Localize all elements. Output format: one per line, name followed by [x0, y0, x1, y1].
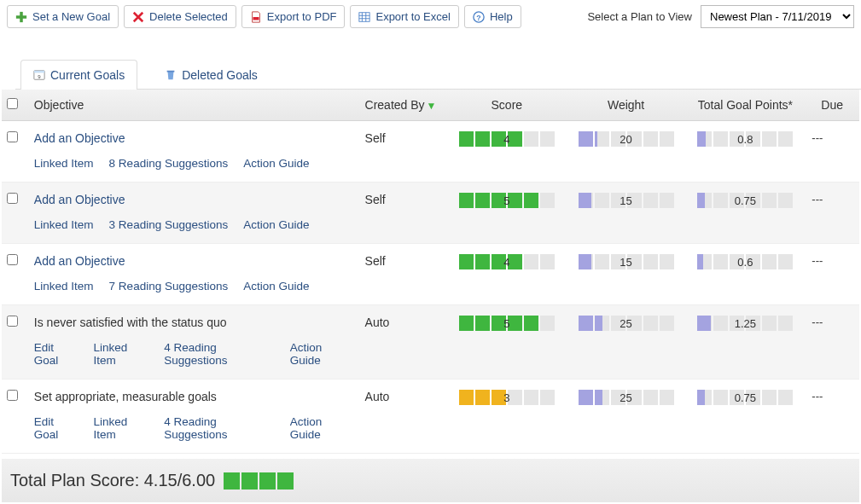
row-checkbox[interactable] — [7, 131, 18, 142]
created-by: Self — [358, 182, 447, 244]
weight-cell: 15 — [567, 244, 686, 305]
table-row: Add an ObjectiveLinked Item3 Reading Sug… — [2, 182, 859, 244]
row-action-link[interactable]: 3 Reading Suggestions — [109, 218, 229, 231]
row-action-link[interactable]: 8 Reading Suggestions — [109, 157, 229, 170]
help-icon: ? — [473, 11, 485, 23]
select-all-checkbox[interactable] — [7, 98, 18, 109]
score-cell: 3 — [447, 379, 567, 454]
total-plan-score: Total Plan Score: 4.15/6.00 — [10, 471, 215, 490]
button-label: Set a New Goal — [32, 10, 110, 23]
button-label: Export to PDF — [267, 10, 337, 23]
row-checkbox[interactable] — [7, 193, 18, 204]
trash-icon — [165, 69, 177, 81]
row-action-link[interactable]: Linked Item — [34, 218, 94, 231]
tab-label: Deleted Goals — [182, 68, 258, 82]
row-action-link[interactable]: 4 Reading Suggestions — [164, 341, 275, 367]
svg-text:?: ? — [476, 13, 480, 21]
created-by: Auto — [358, 305, 447, 379]
objective-title: Set appropriate, measurable goals — [34, 390, 217, 403]
button-label: Export to Excel — [375, 10, 450, 23]
x-icon — [132, 11, 144, 23]
total-score-bar — [224, 472, 294, 490]
header-weight[interactable]: Weight — [567, 90, 686, 121]
row-action-link[interactable]: Linked Item — [34, 157, 94, 170]
row-checkbox[interactable] — [7, 254, 18, 265]
toolbar: Set a New Goal Delete Selected Export to… — [0, 0, 861, 33]
row-action-link[interactable]: Edit Goal — [34, 415, 79, 441]
add-objective-link[interactable]: Add an Objective — [34, 193, 125, 206]
add-objective-link[interactable]: Add an Objective — [34, 131, 125, 145]
score-cell: 4 — [447, 244, 567, 305]
table-row: Add an ObjectiveLinked Item7 Reading Sug… — [2, 244, 859, 305]
goals-table: Objective Created By▼ Score Weight Total… — [2, 90, 859, 454]
header-objective[interactable]: Objective — [27, 90, 358, 121]
row-action-link[interactable]: Edit Goal — [34, 341, 79, 367]
tab-label: Current Goals — [50, 68, 125, 82]
pdf-icon — [250, 11, 262, 23]
weight-cell: 15 — [567, 182, 686, 244]
header-created-by[interactable]: Created By▼ — [358, 90, 447, 121]
created-by: Self — [358, 244, 447, 305]
points-cell: 0.75 — [686, 379, 806, 454]
calendar-icon: 9 — [33, 69, 45, 81]
footer-total: Total Plan Score: 4.15/6.00 — [2, 459, 859, 502]
tab-deleted-goals[interactable]: Deleted Goals — [153, 61, 270, 90]
row-action-link[interactable]: Action Guide — [243, 218, 309, 231]
weight-cell: 20 — [567, 121, 686, 182]
row-checkbox[interactable] — [7, 390, 18, 401]
plus-icon — [15, 11, 27, 23]
header-points[interactable]: Total Goal Points* — [686, 90, 806, 121]
svg-rect-7 — [34, 71, 44, 73]
svg-text:9: 9 — [38, 73, 41, 79]
points-cell: 0.8 — [686, 121, 806, 182]
excel-icon — [358, 11, 370, 23]
delete-selected-button[interactable]: Delete Selected — [124, 5, 236, 28]
points-cell: 1.25 — [686, 305, 806, 379]
plan-select[interactable]: Newest Plan - 7/11/2019 — [701, 5, 854, 28]
export-pdf-button[interactable]: Export to PDF — [241, 5, 346, 28]
table-row: Add an ObjectiveLinked Item8 Reading Sug… — [2, 121, 859, 182]
header-score[interactable]: Score — [447, 90, 567, 121]
row-action-link[interactable]: Linked Item — [93, 415, 148, 441]
export-excel-button[interactable]: Export to Excel — [350, 5, 458, 28]
row-action-link[interactable]: 4 Reading Suggestions — [164, 415, 275, 441]
row-action-link[interactable]: Action Guide — [243, 280, 309, 293]
created-by: Auto — [358, 379, 447, 454]
table-row: Set appropriate, measurable goalsEdit Go… — [2, 379, 859, 454]
score-cell: 5 — [447, 305, 567, 379]
svg-rect-2 — [253, 17, 259, 20]
row-checkbox[interactable] — [7, 316, 18, 327]
header-due[interactable]: Due — [805, 90, 859, 121]
row-action-link[interactable]: Linked Item — [93, 341, 148, 367]
add-objective-link[interactable]: Add an Objective — [34, 254, 125, 268]
sort-arrow-down-icon: ▼ — [427, 100, 437, 112]
button-label: Delete Selected — [149, 10, 228, 23]
tabs: 9 Current Goals Deleted Goals — [15, 59, 861, 90]
weight-cell: 25 — [567, 305, 686, 379]
points-cell: 0.6 — [686, 244, 806, 305]
score-cell: 4 — [447, 121, 567, 182]
row-action-link[interactable]: Action Guide — [243, 157, 309, 170]
due-cell: --- — [805, 305, 859, 379]
row-action-link[interactable]: Linked Item — [34, 280, 94, 293]
due-cell: --- — [805, 121, 859, 182]
due-cell: --- — [805, 244, 859, 305]
tab-current-goals[interactable]: 9 Current Goals — [20, 60, 137, 90]
due-cell: --- — [805, 379, 859, 454]
points-cell: 0.75 — [686, 182, 806, 244]
button-label: Help — [490, 10, 513, 23]
svg-rect-1 — [16, 15, 26, 19]
svg-rect-3 — [359, 12, 369, 21]
row-action-link[interactable]: 7 Reading Suggestions — [109, 280, 229, 293]
svg-rect-9 — [167, 71, 175, 72]
row-action-link[interactable]: Action Guide — [290, 415, 352, 441]
row-action-link[interactable]: Action Guide — [290, 341, 352, 367]
due-cell: --- — [805, 182, 859, 244]
plan-select-label: Select a Plan to View — [587, 10, 692, 23]
score-cell: 5 — [447, 182, 567, 244]
header-checkbox — [2, 90, 27, 121]
help-button[interactable]: ? Help — [464, 5, 521, 28]
objective-title: Is never satisfied with the status quo — [34, 316, 227, 329]
set-new-goal-button[interactable]: Set a New Goal — [7, 5, 119, 28]
table-row: Is never satisfied with the status quoEd… — [2, 305, 859, 379]
